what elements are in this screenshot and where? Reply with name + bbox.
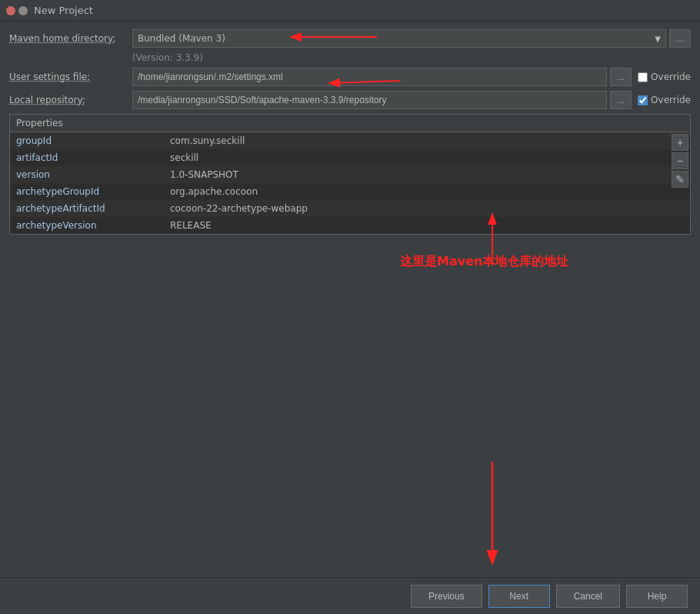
user-settings-row: User settings file: ... Override	[9, 68, 691, 86]
dropdown-arrow-icon: ▼	[655, 35, 661, 43]
properties-actions: + − ✎	[672, 134, 688, 188]
local-repo-override-wrap: Override	[638, 95, 691, 105]
maven-home-dropdown[interactable]: Bundled (Maven 3) ▼	[132, 29, 666, 48]
maven-home-label: Maven home directory:	[9, 33, 132, 44]
table-row[interactable]: version1.0-SNAPSHOT	[10, 166, 690, 183]
add-property-button[interactable]: +	[672, 134, 688, 151]
edit-property-button[interactable]: ✎	[672, 171, 688, 188]
user-settings-override-wrap: Override	[638, 72, 691, 82]
table-row[interactable]: archetypeArtifactIdcocoon-22-archetype-w…	[10, 200, 690, 217]
version-text: (Version: 3.3.9)	[132, 52, 691, 63]
title-bar: New Project	[0, 0, 700, 22]
user-settings-override-label: Override	[651, 72, 691, 82]
remove-property-button[interactable]: −	[672, 152, 688, 169]
close-button[interactable]	[6, 6, 15, 15]
table-row[interactable]: artifactIdseckill	[10, 149, 690, 166]
bottom-bar: Previous Next Cancel Help	[0, 577, 700, 614]
property-value: cocoon-22-archetype-webapp	[164, 200, 690, 217]
cancel-button[interactable]: Cancel	[556, 585, 620, 608]
properties-area: Properties groupIdcom.suny.seckillartifa…	[9, 114, 691, 235]
user-settings-override-checkbox[interactable]	[638, 72, 648, 82]
maven-home-browse-button[interactable]: ...	[669, 29, 691, 48]
property-key: artifactId	[10, 149, 164, 166]
user-settings-input-wrap: ... Override	[132, 68, 691, 86]
maven-home-value: Bundled (Maven 3)	[138, 33, 225, 44]
properties-table: groupIdcom.suny.seckillartifactIdseckill…	[10, 132, 690, 234]
property-value: com.suny.seckill	[164, 132, 690, 149]
property-value: 1.0-SNAPSHOT	[164, 166, 690, 183]
property-value: RELEASE	[164, 217, 690, 234]
property-key: archetypeGroupId	[10, 183, 164, 200]
properties-section: Properties groupIdcom.suny.seckillartifa…	[9, 114, 691, 235]
previous-button[interactable]: Previous	[411, 585, 482, 608]
local-repo-input-wrap: ... Override	[132, 91, 691, 109]
property-value: org.apache.cocoon	[164, 183, 690, 200]
property-key: version	[10, 166, 164, 183]
property-value: seckill	[164, 149, 690, 166]
maven-home-input-wrap: Bundled (Maven 3) ▼ ...	[132, 29, 691, 48]
property-key: groupId	[10, 132, 164, 149]
maven-home-row: Maven home directory: Bundled (Maven 3) …	[9, 29, 691, 48]
local-repo-browse-button[interactable]: ...	[610, 91, 632, 109]
table-row[interactable]: archetypeGroupIdorg.apache.cocoon	[10, 183, 690, 200]
property-key: archetypeArtifactId	[10, 200, 164, 217]
table-row[interactable]: groupIdcom.suny.seckill	[10, 132, 690, 149]
local-repo-input[interactable]	[132, 91, 607, 109]
dialog-title: New Project	[34, 5, 93, 16]
help-button[interactable]: Help	[626, 585, 688, 608]
local-repo-row: Local repository: ... Override	[9, 91, 691, 109]
table-row[interactable]: archetypeVersionRELEASE	[10, 217, 690, 234]
window-controls[interactable]	[6, 6, 28, 15]
next-button[interactable]: Next	[488, 585, 550, 608]
property-key: archetypeVersion	[10, 217, 164, 234]
user-settings-input[interactable]	[132, 68, 607, 86]
dialog-content: Maven home directory: Bundled (Maven 3) …	[0, 22, 700, 235]
properties-header: Properties	[10, 115, 690, 132]
minimize-button[interactable]	[18, 6, 28, 15]
local-repo-label: Local repository:	[9, 95, 132, 105]
user-settings-label: User settings file:	[9, 72, 132, 82]
local-repo-override-checkbox[interactable]	[638, 95, 648, 105]
empty-space	[0, 235, 700, 458]
local-repo-override-label: Override	[651, 95, 691, 105]
user-settings-browse-button[interactable]: ...	[610, 68, 632, 86]
